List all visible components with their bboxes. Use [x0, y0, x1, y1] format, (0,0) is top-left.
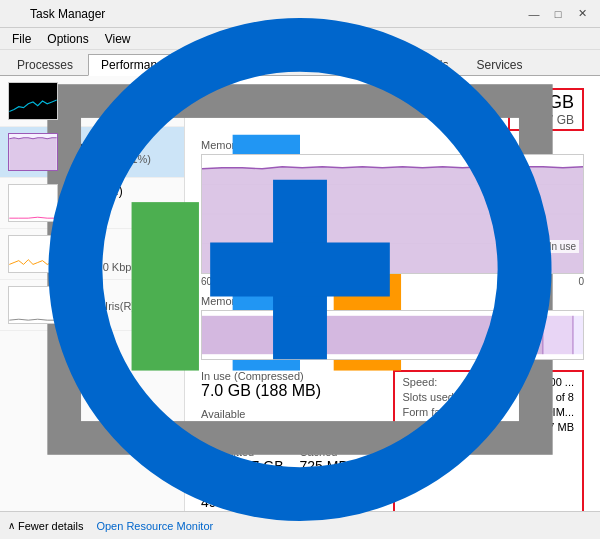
status-bar: ∧ Fewer details Open Resource Monitor [0, 511, 600, 539]
open-resource-monitor-link[interactable]: Open Resource Monitor [93, 520, 213, 532]
